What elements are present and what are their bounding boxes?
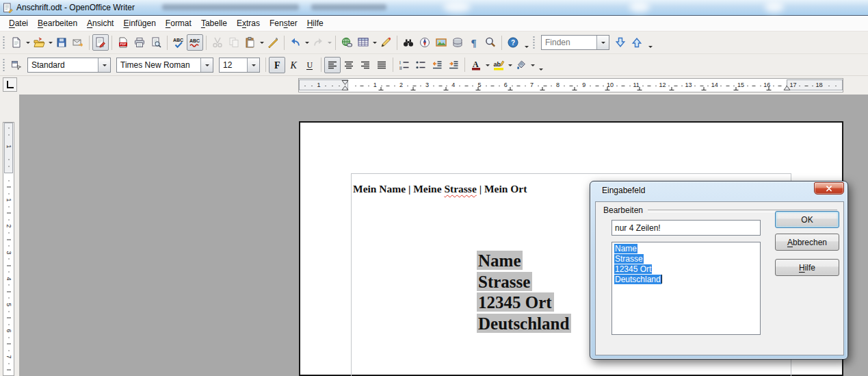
menu-format[interactable]: Format bbox=[161, 16, 196, 31]
increase-indent-button[interactable] bbox=[445, 57, 462, 73]
insert-table-button[interactable] bbox=[355, 34, 371, 51]
address-field-line[interactable]: 12345 Ort bbox=[477, 292, 571, 314]
find-next-button[interactable] bbox=[612, 34, 629, 51]
background-color-button-dropdown[interactable] bbox=[529, 57, 536, 73]
hyperlink-button[interactable] bbox=[339, 34, 355, 51]
print-button[interactable] bbox=[131, 34, 148, 51]
draw-functions-button[interactable] bbox=[378, 34, 394, 51]
numbered-list-button[interactable]: III bbox=[396, 57, 412, 73]
address-field-block[interactable]: NameStrasse12345 OrtDeutschland bbox=[477, 251, 571, 334]
address-field-line[interactable]: Strasse bbox=[477, 272, 571, 293]
formatting-toolbar-overflow[interactable] bbox=[536, 56, 544, 74]
background-color-button[interactable] bbox=[513, 57, 529, 73]
align-right-button[interactable] bbox=[357, 57, 373, 73]
paste-button-dropdown[interactable] bbox=[259, 34, 265, 51]
help-button[interactable]: Hilfe bbox=[775, 259, 839, 276]
menu-datei[interactable]: Datei bbox=[4, 16, 33, 31]
new-document-button-dropdown[interactable] bbox=[25, 34, 31, 51]
address-field-line[interactable]: Name bbox=[477, 251, 571, 272]
styles-window-button[interactable] bbox=[8, 57, 25, 73]
font-name-combo-dropdown[interactable] bbox=[200, 58, 213, 72]
toolbar-grip-handle[interactable] bbox=[2, 35, 5, 50]
find-toolbar-input-dropdown[interactable] bbox=[596, 36, 609, 49]
undo-button-dropdown[interactable] bbox=[304, 34, 310, 51]
data-sources-button[interactable] bbox=[449, 34, 466, 51]
textarea-line[interactable]: Deutschland bbox=[614, 275, 758, 285]
bold-button[interactable]: F bbox=[269, 57, 285, 73]
decrease-indent-button[interactable] bbox=[429, 57, 445, 73]
find-toolbar-input[interactable]: Finden bbox=[541, 35, 609, 50]
paragraph-style-combo-dropdown[interactable] bbox=[98, 58, 110, 72]
auto-spellcheck-button[interactable]: ABC bbox=[187, 34, 203, 51]
help-button[interactable]: ? bbox=[505, 34, 521, 51]
menu-tabelle[interactable]: Tabelle bbox=[196, 16, 232, 31]
field-content-textarea[interactable]: NameStrasse12345 OrtDeutschland bbox=[611, 242, 761, 335]
highlight-color-button-dropdown[interactable] bbox=[507, 57, 513, 73]
ruler-number: 2 bbox=[5, 221, 12, 231]
default-tab-stop-marker bbox=[475, 87, 480, 90]
find-toolbar-overflow[interactable] bbox=[645, 34, 654, 51]
right-indent-marker[interactable] bbox=[783, 79, 791, 93]
menu-ansicht[interactable]: Ansicht bbox=[82, 16, 118, 31]
menu-hilfe[interactable]: Hilfe bbox=[302, 16, 328, 31]
font-color-button[interactable]: A bbox=[468, 57, 484, 73]
navigator-button[interactable] bbox=[417, 34, 433, 51]
find-toolbar-input-value[interactable]: Finden bbox=[542, 38, 596, 47]
edit-mode-button[interactable] bbox=[92, 34, 109, 51]
textarea-line[interactable]: Strasse bbox=[614, 254, 758, 264]
ruler-number: 4 bbox=[451, 82, 455, 88]
tab-stop-selector[interactable] bbox=[3, 77, 17, 92]
letterhead-line[interactable]: Mein Name | Meine Strasse | Mein Ort bbox=[353, 183, 527, 195]
cancel-button[interactable]: Abbrechen bbox=[775, 234, 839, 251]
open-button-dropdown[interactable] bbox=[47, 34, 53, 51]
zoom-button[interactable] bbox=[482, 34, 499, 51]
standard-toolbar-overflow[interactable] bbox=[521, 34, 530, 51]
page-preview-button[interactable] bbox=[148, 34, 164, 51]
selected-text: Deutschland bbox=[614, 275, 661, 284]
open-button[interactable] bbox=[31, 34, 47, 51]
dialog-close-button[interactable] bbox=[814, 182, 844, 195]
reference-input[interactable] bbox=[611, 220, 761, 236]
font-color-button-dropdown[interactable] bbox=[484, 57, 490, 73]
save-button[interactable] bbox=[53, 34, 70, 51]
font-name-combo[interactable]: Times New Roman bbox=[116, 58, 213, 73]
align-left-button[interactable] bbox=[324, 57, 341, 73]
menu-bearbeiten[interactable]: Bearbeiten bbox=[33, 16, 82, 31]
undo-button[interactable] bbox=[287, 34, 304, 51]
paragraph-style-combo[interactable]: Standard bbox=[27, 58, 111, 73]
paste-button[interactable] bbox=[242, 34, 259, 51]
menu-einfgen[interactable]: Einfügen bbox=[118, 16, 160, 31]
font-size-combo-dropdown[interactable] bbox=[247, 58, 259, 72]
new-document-button[interactable] bbox=[8, 34, 25, 51]
vertical-ruler[interactable]: 11234567 bbox=[3, 122, 14, 376]
email-button[interactable] bbox=[70, 34, 86, 51]
find-previous-button[interactable] bbox=[629, 34, 645, 51]
align-center-button[interactable] bbox=[341, 57, 357, 73]
textarea-line[interactable]: Name bbox=[614, 244, 758, 254]
underline-button[interactable]: U bbox=[302, 57, 318, 73]
bullet-list-button[interactable] bbox=[412, 57, 429, 73]
font-size-combo[interactable]: 12 bbox=[219, 58, 260, 73]
textarea-line[interactable]: 12345 Ort bbox=[614, 264, 758, 275]
export-pdf-button[interactable]: PDF bbox=[115, 34, 131, 51]
indent-marker[interactable] bbox=[341, 79, 349, 93]
insert-table-button-dropdown[interactable] bbox=[371, 34, 378, 51]
font-name-combo-value[interactable]: Times New Roman bbox=[117, 60, 200, 70]
gallery-button[interactable] bbox=[433, 34, 449, 51]
horizontal-ruler[interactable]: 1123456789101112131415161718 bbox=[298, 78, 843, 92]
menu-fenster[interactable]: Fenster bbox=[265, 16, 302, 31]
ok-button[interactable]: OK bbox=[775, 211, 839, 228]
paragraph-style-combo-value[interactable]: Standard bbox=[28, 60, 98, 70]
highlight-color-button[interactable]: ab bbox=[490, 57, 507, 73]
address-field-line[interactable]: Deutschland bbox=[477, 314, 571, 335]
spellcheck-button[interactable]: ABC bbox=[170, 34, 187, 51]
find-replace-button[interactable] bbox=[400, 34, 417, 51]
toolbar-grip-handle[interactable] bbox=[2, 58, 5, 73]
italic-button[interactable]: K bbox=[285, 57, 302, 73]
menu-extras[interactable]: Extras bbox=[232, 16, 265, 31]
formatting-marks-button[interactable]: ¶ bbox=[466, 34, 482, 51]
toolbar-grip-handle[interactable] bbox=[532, 35, 536, 50]
clone-formatting-button[interactable] bbox=[265, 34, 281, 51]
font-size-combo-value[interactable]: 12 bbox=[220, 60, 247, 70]
justify-button[interactable] bbox=[373, 57, 390, 73]
